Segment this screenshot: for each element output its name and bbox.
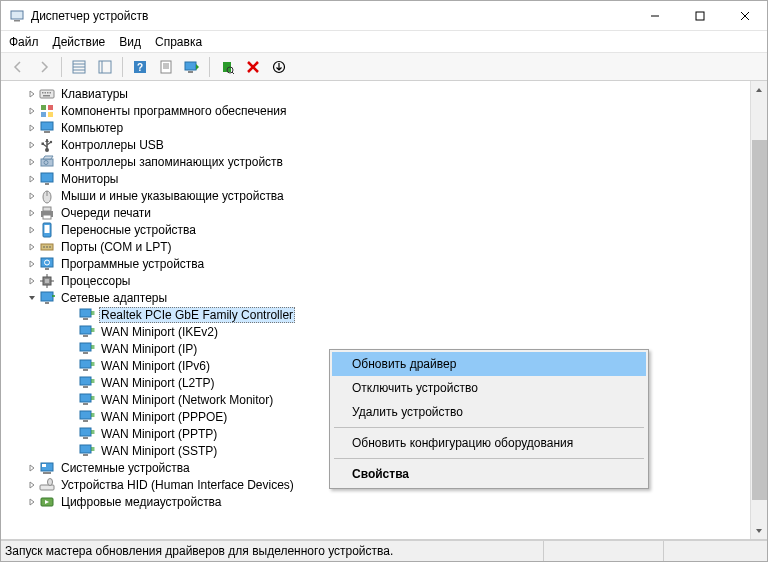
- ctx-update-driver[interactable]: Обновить драйвер: [332, 352, 646, 376]
- tree-item-label: Процессоры: [59, 274, 133, 288]
- expand-arrow-icon[interactable]: [25, 107, 39, 115]
- software-icon: [39, 256, 55, 272]
- expand-arrow-icon[interactable]: [25, 209, 39, 217]
- tree-item-label: Очереди печати: [59, 206, 153, 220]
- svg-rect-96: [83, 420, 88, 422]
- view-tree-button[interactable]: [94, 56, 116, 78]
- svg-rect-91: [80, 394, 91, 402]
- menubar: Файл Действие Вид Справка: [1, 31, 767, 53]
- expand-arrow-icon[interactable]: [25, 141, 39, 149]
- tree-item-label: Переносные устройства: [59, 223, 198, 237]
- portable-icon: [39, 222, 55, 238]
- tree-item[interactable]: Очереди печати: [5, 204, 750, 221]
- uninstall-button[interactable]: [242, 56, 264, 78]
- svg-rect-61: [45, 268, 49, 270]
- expand-arrow-icon[interactable]: [25, 226, 39, 234]
- menu-view[interactable]: Вид: [119, 35, 141, 49]
- tree-item[interactable]: Клавиатуры: [5, 85, 750, 102]
- svg-rect-87: [80, 377, 91, 385]
- tree-item[interactable]: Процессоры: [5, 272, 750, 289]
- tree-item[interactable]: Переносные устройства: [5, 221, 750, 238]
- titlebar: Диспетчер устройств: [1, 1, 767, 31]
- expand-arrow-icon[interactable]: [25, 498, 39, 506]
- expand-arrow-icon[interactable]: [25, 192, 39, 200]
- menu-help[interactable]: Справка: [155, 35, 202, 49]
- minimize-button[interactable]: [632, 1, 677, 30]
- expand-arrow-icon[interactable]: [25, 464, 39, 472]
- tree-item[interactable]: Контроллеры USB: [5, 136, 750, 153]
- properties-button[interactable]: [155, 56, 177, 78]
- help-button[interactable]: ?: [129, 56, 151, 78]
- scroll-up-arrow[interactable]: [751, 81, 767, 98]
- tree-item-label: Системные устройства: [59, 461, 192, 475]
- printer-icon: [39, 205, 55, 221]
- tree-item[interactable]: Мониторы: [5, 170, 750, 187]
- expand-arrow-icon[interactable]: [25, 243, 39, 251]
- back-button[interactable]: [7, 56, 29, 78]
- component-icon: [39, 103, 55, 119]
- expand-arrow-icon[interactable]: [25, 175, 39, 183]
- svg-rect-83: [80, 360, 91, 368]
- svg-rect-47: [45, 183, 49, 185]
- svg-rect-68: [41, 292, 53, 301]
- tree-item[interactable]: Компьютер: [5, 119, 750, 136]
- ctx-properties[interactable]: Свойства: [332, 462, 646, 486]
- tree-item[interactable]: WAN Miniport (IKEv2): [5, 323, 750, 340]
- svg-rect-44: [41, 159, 53, 166]
- ctx-separator: [334, 427, 644, 428]
- net-icon: [79, 409, 95, 425]
- window-buttons: [632, 1, 767, 30]
- content-area: КлавиатурыКомпоненты программного обеспе…: [1, 81, 767, 540]
- network-icon: [39, 290, 55, 306]
- collapse-arrow-icon[interactable]: [25, 294, 39, 302]
- forward-button[interactable]: [33, 56, 55, 78]
- scroll-down-arrow[interactable]: [751, 522, 767, 539]
- tree-item[interactable]: Мыши и иные указывающие устройства: [5, 187, 750, 204]
- net-icon: [79, 426, 95, 442]
- toolbar: ?: [1, 53, 767, 81]
- tree-item[interactable]: Программные устройства: [5, 255, 750, 272]
- tree-item[interactable]: Сетевые адаптеры: [5, 289, 750, 306]
- menu-action[interactable]: Действие: [53, 35, 106, 49]
- disable-button[interactable]: [268, 56, 290, 78]
- maximize-button[interactable]: [677, 1, 722, 30]
- port-icon: [39, 239, 55, 255]
- tree-item[interactable]: Realtek PCIe GbE Family Controller: [5, 306, 750, 323]
- tree-item[interactable]: Компоненты программного обеспечения: [5, 102, 750, 119]
- svg-rect-46: [41, 173, 53, 182]
- device-manager-window: Диспетчер устройств Файл Действие Вид Сп…: [0, 0, 768, 562]
- tree-item[interactable]: Цифровые медиаустройства: [5, 493, 750, 510]
- ctx-separator: [334, 458, 644, 459]
- svg-rect-36: [41, 122, 53, 130]
- ctx-scan-hardware[interactable]: Обновить конфигурацию оборудования: [332, 431, 646, 455]
- svg-rect-71: [80, 309, 91, 317]
- tree-item[interactable]: Порты (COM и LPT): [5, 238, 750, 255]
- view-detail-button[interactable]: [68, 56, 90, 78]
- status-cell-2: [543, 541, 663, 561]
- expand-arrow-icon[interactable]: [25, 90, 39, 98]
- expand-arrow-icon[interactable]: [25, 260, 39, 268]
- window-title: Диспетчер устройств: [31, 9, 632, 23]
- tree-item-label: Компьютер: [59, 121, 125, 135]
- context-menu: Обновить драйвер Отключить устройство Уд…: [329, 349, 649, 489]
- expand-arrow-icon[interactable]: [25, 481, 39, 489]
- ctx-uninstall-device[interactable]: Удалить устройство: [332, 400, 646, 424]
- tree-item[interactable]: Контроллеры запоминающих устройств: [5, 153, 750, 170]
- tree-item-label: Мыши и иные указывающие устройства: [59, 189, 286, 203]
- menu-file[interactable]: Файл: [9, 35, 39, 49]
- vertical-scrollbar[interactable]: [750, 81, 767, 539]
- scroll-thumb[interactable]: [752, 140, 767, 500]
- tree-item-label: Контроллеры USB: [59, 138, 166, 152]
- ctx-disable-device[interactable]: Отключить устройство: [332, 376, 646, 400]
- close-button[interactable]: [722, 1, 767, 30]
- scan-hardware-button[interactable]: [216, 56, 238, 78]
- usb-icon: [39, 137, 55, 153]
- expand-arrow-icon[interactable]: [25, 124, 39, 132]
- tree-item-label: Программные устройства: [59, 257, 206, 271]
- update-driver-button[interactable]: [181, 56, 203, 78]
- svg-rect-69: [45, 302, 49, 304]
- svg-rect-79: [80, 343, 91, 351]
- expand-arrow-icon[interactable]: [25, 158, 39, 166]
- svg-rect-37: [44, 131, 50, 133]
- expand-arrow-icon[interactable]: [25, 277, 39, 285]
